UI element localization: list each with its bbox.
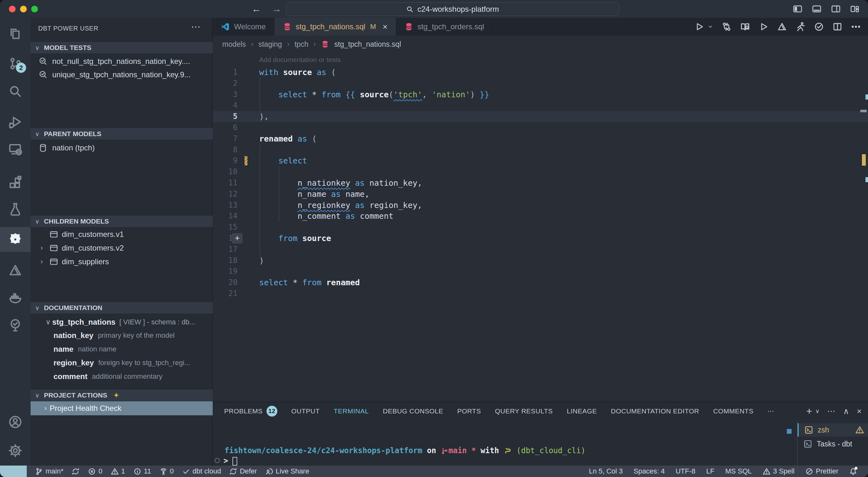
code-line[interactable]: 9 select: [213, 155, 868, 166]
model-test-item[interactable]: not_null_stg_tpch_nations_nation_key....: [31, 55, 213, 68]
code-line[interactable]: 4: [213, 100, 868, 111]
activity-item-tree[interactable]: [0, 313, 31, 338]
code-line[interactable]: 16+ from source: [213, 233, 868, 244]
status-ln-5-col-3[interactable]: Ln 5, Col 3: [589, 467, 622, 475]
tab-stg_tpch_orders-sql[interactable]: stg_tpch_orders.sql: [396, 18, 493, 36]
terminal-prompt[interactable]: >: [213, 456, 251, 466]
chevdown-icon[interactable]: [708, 24, 713, 30]
compare-icon[interactable]: [721, 22, 732, 32]
status-ms-sql[interactable]: MS SQL: [725, 467, 752, 475]
breadcrumb-item[interactable]: tpch: [294, 40, 308, 49]
close-panel-icon[interactable]: ×: [857, 406, 862, 416]
status-sync[interactable]: [72, 468, 80, 475]
status-11[interactable]: 11: [133, 467, 151, 475]
code-line[interactable]: 12 n_name as name,: [213, 189, 868, 200]
more-icon[interactable]: [851, 22, 861, 32]
code-line[interactable]: 14 n_comment as comment: [213, 210, 868, 222]
child-model-item[interactable]: dim_customers.v1: [31, 228, 213, 241]
code-line[interactable]: 1with source as (: [213, 67, 868, 78]
project-health-check-item[interactable]: › Project Health Check: [31, 401, 213, 415]
doc-field-row[interactable]: region_keyforeign key to stg_tpch_regi..…: [31, 356, 213, 370]
runner-icon[interactable]: [796, 22, 806, 32]
status-main-[interactable]: main*: [35, 467, 63, 475]
status-lf[interactable]: LF: [706, 467, 715, 475]
doc-field-row[interactable]: nation_keyprimary key of the model: [31, 329, 213, 342]
code-editor[interactable]: Add documentation or tests 1with source …: [213, 53, 868, 402]
layout-bottom-icon[interactable]: [812, 4, 822, 14]
tab-welcome[interactable]: Welcome: [213, 18, 275, 36]
terminal-entry-zsh[interactable]: zsh: [798, 423, 868, 437]
panel-tab-ports[interactable]: PORTS: [457, 407, 481, 415]
playo-icon[interactable]: [758, 22, 769, 32]
forward-arrow-icon[interactable]: →: [272, 3, 281, 14]
panel-tab-debug-console[interactable]: DEBUG CONSOLE: [383, 407, 443, 415]
maximize-panel-icon[interactable]: ∧: [843, 406, 849, 416]
amountain-icon[interactable]: [777, 22, 787, 32]
status-prettier[interactable]: Prettier: [805, 467, 838, 475]
command-center-search[interactable]: c24-workshops-platform: [286, 2, 619, 16]
remote-indicator[interactable]: [0, 466, 27, 477]
activity-item-dbt[interactable]: [0, 227, 31, 252]
section-children-models[interactable]: ∨ CHILDREN MODELS: [31, 215, 213, 227]
activity-item-amountain[interactable]: [0, 258, 31, 283]
code-line[interactable]: 10: [213, 166, 868, 177]
child-model-item[interactable]: ›dim_customers.v2: [31, 241, 213, 255]
activity-item-debug[interactable]: [0, 109, 31, 134]
child-model-item[interactable]: ›dim_suppliers: [31, 255, 213, 268]
back-arrow-icon[interactable]: ←: [252, 3, 261, 14]
panel-tab-documentation-editor[interactable]: DOCUMENTATION EDITOR: [611, 407, 699, 415]
checkcircle-icon[interactable]: [814, 22, 824, 32]
activity-item-search[interactable]: [0, 79, 31, 104]
parent-model-item[interactable]: nation (tpch): [31, 141, 213, 155]
minimize-window-button[interactable]: [20, 6, 27, 12]
panel-tab-lineage[interactable]: LINEAGE: [567, 407, 597, 415]
activity-item-files[interactable]: [0, 21, 31, 46]
panel-more-icon[interactable]: ⋯: [827, 406, 836, 416]
add-inline-button[interactable]: +: [232, 233, 243, 244]
code-line[interactable]: 5),: [213, 111, 868, 122]
booksearch-icon[interactable]: [740, 22, 750, 32]
panel-tab-query-results[interactable]: QUERY RESULTS: [495, 407, 553, 415]
doc-field-row[interactable]: commentadditional commentary: [31, 370, 213, 383]
code-line[interactable]: 6: [213, 122, 868, 133]
status-dbt-cloud[interactable]: dbt cloud: [182, 467, 221, 475]
play-icon[interactable]: [694, 22, 704, 32]
doc-model-row[interactable]: ∨ stg_tpch_nations [ VIEW ] - schema : d…: [31, 315, 213, 329]
status-spaces-4[interactable]: Spaces: 4: [633, 467, 665, 475]
doc-field-row[interactable]: namenation name: [31, 342, 213, 356]
activity-item-remote[interactable]: [0, 136, 31, 161]
activity-item-docker[interactable]: [0, 285, 31, 310]
breadcrumb-file[interactable]: stg_tpch_nations.sql: [334, 40, 401, 49]
close-icon[interactable]: ×: [383, 22, 388, 32]
panel-tab-problems[interactable]: PROBLEMS12: [224, 406, 277, 417]
section-project-actions[interactable]: ∨ PROJECT ACTIONS ✦: [31, 389, 213, 401]
code-line[interactable]: 2: [213, 78, 868, 89]
code-line[interactable]: 7renamed as (: [213, 133, 868, 144]
tab-stg_tpch_nations-sql[interactable]: stg_tpch_nations.sqlM×: [275, 18, 396, 36]
layout-left-icon[interactable]: [793, 4, 802, 14]
activity-item-beaker[interactable]: [0, 197, 31, 221]
status-utf-8[interactable]: UTF-8: [676, 467, 695, 475]
code-line[interactable]: 19: [213, 266, 868, 277]
breadcrumb-item[interactable]: models: [222, 40, 246, 49]
status-live-share[interactable]: Live Share: [265, 467, 309, 475]
layout-custom-icon[interactable]: [850, 4, 860, 14]
panel-tab-terminal[interactable]: TERMINAL: [334, 407, 369, 415]
code-line[interactable]: 17: [213, 244, 868, 255]
section-parent-models[interactable]: ∨ PARENT MODELS: [31, 128, 213, 140]
sidebar-more-actions[interactable]: ⋯: [191, 21, 201, 32]
status-bell[interactable]: [849, 468, 857, 475]
code-line[interactable]: 3 select * from {{ source('tpch', 'natio…: [213, 89, 868, 100]
code-line[interactable]: 15: [213, 222, 868, 233]
activity-item-scm[interactable]: 2: [0, 51, 31, 76]
split-icon[interactable]: [832, 22, 842, 32]
codelens-add-docs[interactable]: Add documentation or tests: [259, 56, 341, 64]
maximize-window-button[interactable]: [31, 6, 38, 12]
code-line[interactable]: 11 n_nationkey as nation_key,: [213, 177, 868, 189]
section-documentation[interactable]: ∨ DOCUMENTATION: [31, 302, 213, 313]
code-line[interactable]: 18): [213, 255, 868, 266]
activity-item-gear[interactable]: [0, 438, 31, 463]
activity-item-account[interactable]: [0, 410, 31, 434]
terminal-entry-tasks-dbt[interactable]: Tasks - dbt: [798, 437, 868, 451]
panel-tab-comments[interactable]: COMMENTS: [713, 407, 754, 415]
